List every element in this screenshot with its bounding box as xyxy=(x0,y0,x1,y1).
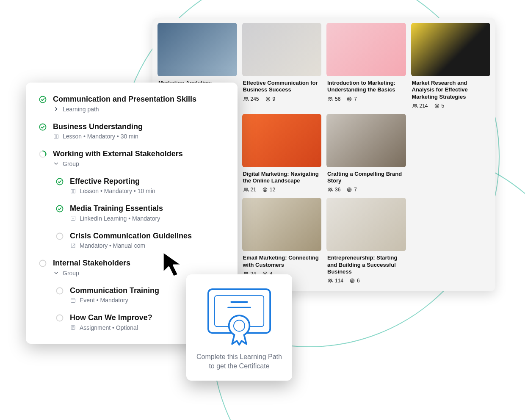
course-title: Email Marketing: Connecting with Custome… xyxy=(243,254,321,268)
enrolled-count: 36 xyxy=(327,187,340,193)
people-icon xyxy=(327,96,333,102)
course-stats: 567 xyxy=(327,96,405,102)
people-icon xyxy=(412,103,418,109)
item-type: Assignment • Optional xyxy=(80,324,138,331)
item-type: Group xyxy=(63,270,79,276)
item-title: Working with External Stakeholders xyxy=(53,149,225,159)
targets-count: 7 xyxy=(346,187,357,193)
people-icon xyxy=(327,278,333,284)
check-circle-icon xyxy=(55,177,64,186)
spacer xyxy=(411,114,491,193)
targets-count: 6 xyxy=(349,278,360,284)
item-body: Effective ReportingLesson • Mandatory • … xyxy=(70,177,225,195)
people-icon xyxy=(243,96,249,102)
svg-point-23 xyxy=(352,280,353,281)
item-body: Communication and Presentation SkillsLea… xyxy=(53,94,225,113)
course-thumbnail xyxy=(326,114,406,167)
target-icon xyxy=(349,278,355,284)
item-title: Communication and Presentation Skills xyxy=(53,94,225,104)
item-type: Learning path xyxy=(63,106,99,113)
course-stats: 367 xyxy=(327,187,405,193)
target-icon xyxy=(346,96,352,102)
empty-circle-icon xyxy=(55,314,64,322)
item-body: Internal StakeholdersGroup xyxy=(53,258,225,276)
status-indicator xyxy=(55,231,64,249)
assignment-icon xyxy=(70,324,76,331)
course-thumbnail xyxy=(411,23,491,76)
learning-path-item[interactable]: Effective ReportingLesson • Mandatory • … xyxy=(39,177,225,195)
item-meta: Group xyxy=(53,160,225,167)
item-meta: inLinkedIn Learning • Mandatory xyxy=(70,215,225,222)
course-card[interactable]: Effective Communication for Business Suc… xyxy=(242,23,322,109)
learning-path-item[interactable]: Working with External StakeholdersGroup xyxy=(39,149,225,167)
course-card[interactable]: Entrepreneurship: Starting and Building … xyxy=(326,198,406,284)
targets-count: 9 xyxy=(265,96,276,102)
course-thumbnail xyxy=(242,23,322,76)
item-meta: Lesson • Mandatory • 30 min xyxy=(53,133,225,140)
item-meta: Learning path xyxy=(53,106,225,113)
enrolled-count: 245 xyxy=(243,96,259,102)
svg-point-32 xyxy=(40,260,46,267)
status-indicator xyxy=(39,94,47,113)
empty-circle-icon xyxy=(39,259,47,268)
item-title: Media Training Essentials xyxy=(70,204,225,213)
item-body: Business UnderstandingLesson • Mandatory… xyxy=(53,122,225,140)
enrolled-count: 21 xyxy=(243,187,256,193)
targets-count: 12 xyxy=(262,187,275,193)
enrolled-count: 56 xyxy=(327,96,340,102)
course-card[interactable]: Email Marketing: Connecting with Custome… xyxy=(242,198,322,284)
people-icon xyxy=(243,187,249,193)
item-body: Media Training EssentialsinLinkedIn Lear… xyxy=(70,204,225,222)
svg-point-33 xyxy=(57,287,63,294)
svg-point-2 xyxy=(268,99,268,99)
enrolled-count: 214 xyxy=(412,103,428,109)
progress-circle-icon xyxy=(39,150,47,158)
course-thumbnail xyxy=(158,23,237,76)
certificate-text: Complete this Learning Path to get the C… xyxy=(194,352,285,371)
item-body: Working with External StakeholdersGroup xyxy=(53,149,225,167)
certificate-icon xyxy=(203,284,275,347)
item-body: Crisis Communication GuidelinesMandatory… xyxy=(70,231,225,249)
learning-path-item[interactable]: Business UnderstandingLesson • Mandatory… xyxy=(39,122,225,140)
learning-path-item[interactable]: Media Training EssentialsinLinkedIn Lear… xyxy=(39,204,225,222)
course-card[interactable]: Market Research and Analysis for Effecti… xyxy=(411,23,491,109)
people-icon xyxy=(327,187,333,193)
target-icon xyxy=(346,187,352,193)
item-title: Internal Stakeholders xyxy=(53,258,225,268)
status-indicator xyxy=(55,313,64,331)
check-circle-icon xyxy=(39,95,47,104)
course-title: Digital Marketing: Navigating the Online… xyxy=(243,171,321,185)
course-stats: 1146 xyxy=(327,278,405,284)
item-type: LinkedIn Learning • Mandatory xyxy=(80,215,160,222)
learning-path-item[interactable]: Internal StakeholdersGroup xyxy=(39,258,225,276)
course-card[interactable]: Digital Marketing: Navigating the Online… xyxy=(242,114,322,193)
item-meta: Mandatory • Manual com xyxy=(70,242,225,249)
book-icon xyxy=(53,133,59,140)
course-thumbnail xyxy=(326,23,406,76)
item-type: Lesson • Mandatory • 30 min xyxy=(63,133,138,140)
course-title: Effective Communication for Business Suc… xyxy=(243,80,321,94)
status-indicator xyxy=(39,149,47,167)
target-icon xyxy=(262,187,268,193)
learning-path-item[interactable]: Communication and Presentation SkillsLea… xyxy=(39,94,225,113)
item-title: Crisis Communication Guidelines xyxy=(70,231,225,241)
item-title: Business Understanding xyxy=(53,122,225,132)
learning-path-item[interactable]: Crisis Communication GuidelinesMandatory… xyxy=(39,231,225,249)
status-indicator xyxy=(39,122,47,140)
chevron-down-icon xyxy=(53,270,59,276)
item-type: Event • Mandatory xyxy=(80,297,128,304)
course-thumbnail xyxy=(326,198,406,251)
item-meta: Lesson • Mandatory • 10 min xyxy=(70,188,225,194)
course-card[interactable]: Crafting a Compelling Brand Story367 xyxy=(326,114,406,193)
svg-point-8 xyxy=(437,105,437,106)
svg-point-14 xyxy=(265,189,265,190)
chevron-right-icon xyxy=(53,106,59,112)
svg-point-41 xyxy=(229,315,250,336)
svg-text:in: in xyxy=(72,217,75,220)
course-card[interactable]: Introduction to Marketing: Understanding… xyxy=(326,23,406,109)
course-title: Introduction to Marketing: Understanding… xyxy=(327,80,405,94)
certificate-callout: Complete this Learning Path to get the C… xyxy=(186,274,292,381)
item-type: Mandatory • Manual com xyxy=(80,242,145,249)
empty-circle-icon xyxy=(55,287,64,295)
item-type: Group xyxy=(63,160,79,167)
